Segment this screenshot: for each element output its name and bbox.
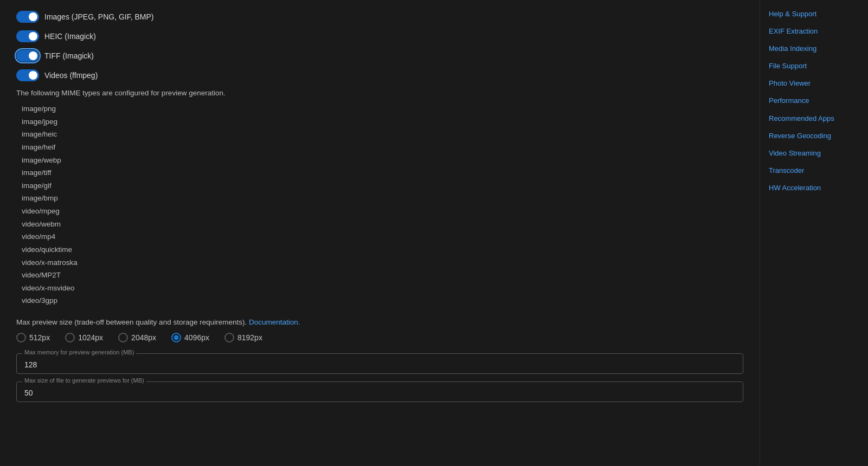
radio-label-8192px: 8192px (237, 333, 262, 342)
sidebar-link-file-support[interactable]: File Support (760, 57, 868, 75)
mime-item: image/bmp (22, 192, 743, 205)
radio-512px[interactable] (16, 333, 26, 342)
main-content: Images (JPEG, PNG, GIF, BMP)HEIC (Imagic… (0, 0, 760, 466)
mime-item: video/mp4 (22, 230, 743, 243)
sidebar-link-help-&-support[interactable]: Help & Support (760, 5, 868, 23)
toggle-row-toggle-images: Images (JPEG, PNG, GIF, BMP) (16, 11, 743, 23)
radio-4096px[interactable] (171, 333, 181, 342)
radio-label-1024px: 1024px (78, 333, 103, 342)
mime-item: image/webp (22, 154, 743, 167)
mime-description: The following MIME types are configured … (16, 89, 743, 97)
max-memory-input[interactable] (17, 354, 743, 373)
toggle-images-slider (16, 11, 39, 23)
sidebar-link-reverse-geocoding[interactable]: Reverse Geocoding (760, 127, 868, 145)
sidebar-link-transcoder[interactable]: Transcoder (760, 162, 868, 179)
toggle-row-toggle-videos: Videos (ffmpeg) (16, 69, 743, 81)
radio-label-4096px: 4096px (184, 333, 209, 342)
mime-item: image/png (22, 102, 743, 115)
radio-2048px[interactable] (118, 333, 128, 342)
max-file-size-group: Max size of file to generate previews fo… (16, 381, 743, 402)
radio-item-8192px[interactable]: 8192px (224, 333, 262, 342)
toggle-tiff-label: TIFF (Imagick) (44, 51, 94, 60)
mime-item: video/MP2T (22, 269, 743, 282)
radio-label-2048px: 2048px (131, 333, 156, 342)
radio-item-1024px[interactable]: 1024px (65, 333, 103, 342)
preview-size-section: Max preview size (trade-off between qual… (16, 318, 743, 402)
sidebar: Help & SupportEXIF ExtractionMedia Index… (760, 0, 868, 466)
sidebar-link-media-indexing[interactable]: Media Indexing (760, 40, 868, 57)
toggle-tiff-switch[interactable] (16, 50, 39, 62)
preview-size-label: Max preview size (trade-off between qual… (16, 318, 743, 326)
toggle-videos-switch[interactable] (16, 69, 39, 81)
documentation-link[interactable]: Documentation. (249, 318, 300, 326)
radio-label-512px: 512px (29, 333, 50, 342)
mime-item: image/jpeg (22, 115, 743, 128)
toggle-videos-slider (16, 69, 39, 81)
max-file-size-input[interactable] (17, 382, 743, 402)
radio-group: 512px1024px2048px4096px8192px (16, 333, 743, 342)
toggle-row-toggle-heic: HEIC (Imagick) (16, 30, 743, 42)
max-memory-wrapper: Max memory for preview generation (MB) (16, 353, 743, 374)
radio-1024px[interactable] (65, 333, 75, 342)
mime-item: image/tiff (22, 166, 743, 179)
max-memory-group: Max memory for preview generation (MB) (16, 353, 743, 374)
radio-8192px[interactable] (224, 333, 234, 342)
mime-item: image/gif (22, 179, 743, 192)
max-file-size-wrapper: Max size of file to generate previews fo… (16, 381, 743, 402)
sidebar-link-photo-viewer[interactable]: Photo Viewer (760, 75, 868, 92)
sidebar-link-recommended-apps[interactable]: Recommended Apps (760, 110, 868, 127)
radio-item-4096px[interactable]: 4096px (171, 333, 209, 342)
toggle-images-label: Images (JPEG, PNG, GIF, BMP) (44, 12, 153, 21)
radio-item-2048px[interactable]: 2048px (118, 333, 156, 342)
radio-item-512px[interactable]: 512px (16, 333, 50, 342)
toggle-images-switch[interactable] (16, 11, 39, 23)
mime-item: video/3gpp (22, 294, 743, 307)
sidebar-link-performance[interactable]: Performance (760, 92, 868, 109)
toggle-tiff-slider (16, 50, 39, 62)
toggle-row-toggle-tiff: TIFF (Imagick) (16, 50, 743, 62)
mime-item: video/x-matroska (22, 256, 743, 269)
mime-item: image/heif (22, 141, 743, 154)
toggle-heic-slider (16, 30, 39, 42)
sidebar-link-video-streaming[interactable]: Video Streaming (760, 145, 868, 162)
sidebar-link-hw-acceleration[interactable]: HW Acceleration (760, 179, 868, 197)
sidebar-link-exif-extraction[interactable]: EXIF Extraction (760, 23, 868, 40)
toggle-videos-label: Videos (ffmpeg) (44, 71, 98, 80)
mime-item: video/x-msvideo (22, 282, 743, 295)
toggles-container: Images (JPEG, PNG, GIF, BMP)HEIC (Imagic… (16, 11, 743, 81)
mime-item: video/webm (22, 218, 743, 231)
toggle-heic-label: HEIC (Imagick) (44, 32, 96, 41)
mime-list: image/pngimage/jpegimage/heicimage/heifi… (16, 102, 743, 307)
mime-item: video/quicktime (22, 243, 743, 256)
mime-item: video/mpeg (22, 205, 743, 218)
toggle-heic-switch[interactable] (16, 30, 39, 42)
mime-item: image/heic (22, 128, 743, 141)
